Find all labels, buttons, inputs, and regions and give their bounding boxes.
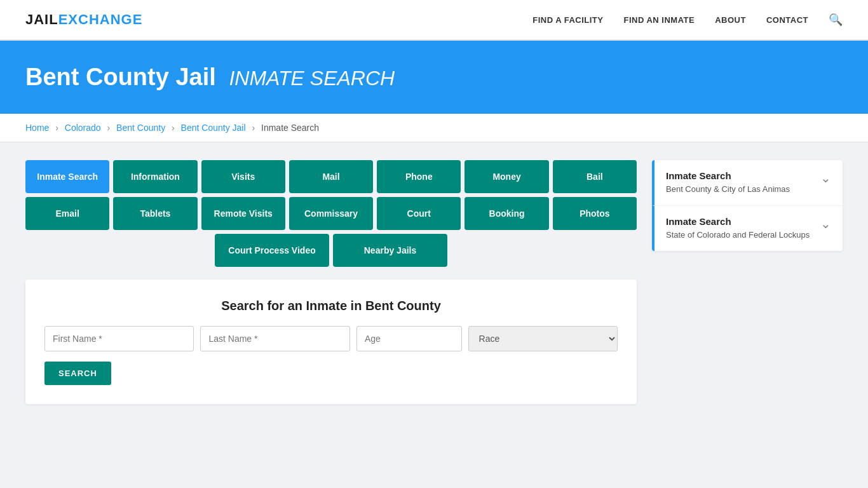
sidebar-text-colorado: Inmate Search State of Colorado and Fede… <box>666 216 810 241</box>
breadcrumb-sep4: › <box>252 123 255 133</box>
navbar: JAILEXCHANGE FIND A FACILITY FIND AN INM… <box>0 0 868 41</box>
breadcrumb-sep2: › <box>107 123 111 133</box>
sidebar-item-colorado[interactable]: Inmate Search State of Colorado and Fede… <box>652 206 843 251</box>
nav-contact[interactable]: CONTACT <box>766 15 808 25</box>
btn-commissary[interactable]: Commissary <box>289 197 373 230</box>
btn-nearby-jails[interactable]: Nearby Jails <box>333 234 447 267</box>
nav-button-row1: Inmate Search Information Visits Mail Ph… <box>25 160 637 193</box>
btn-remote-visits[interactable]: Remote Visits <box>201 197 285 230</box>
hero-banner: Bent County Jail INMATE SEARCH <box>0 41 868 114</box>
btn-bail[interactable]: Bail <box>553 160 637 193</box>
breadcrumb: Home › Colorado › Bent County › Bent Cou… <box>0 114 868 142</box>
search-section: Search for an Inmate in Bent County Race… <box>25 280 637 404</box>
chevron-down-icon: ⌄ <box>820 170 831 186</box>
search-fields: Race White Black Hispanic Asian Native A… <box>44 326 618 351</box>
breadcrumb-jail[interactable]: Bent County Jail <box>181 123 246 133</box>
btn-tablets[interactable]: Tablets <box>113 197 197 230</box>
chevron-down-icon-2: ⌄ <box>820 216 831 231</box>
sidebar-subtitle-bent-county: Bent County & City of Las Animas <box>666 184 790 195</box>
btn-photos[interactable]: Photos <box>553 197 637 230</box>
race-select[interactable]: Race White Black Hispanic Asian Native A… <box>468 326 618 351</box>
first-name-input[interactable] <box>44 326 194 351</box>
breadcrumb-current: Inmate Search <box>261 123 319 133</box>
btn-court[interactable]: Court <box>377 197 461 230</box>
logo-part2: EXCHANGE <box>58 11 143 27</box>
site-logo[interactable]: JAILEXCHANGE <box>25 11 142 28</box>
sidebar-subtitle-colorado: State of Colorado and Federal Lockups <box>666 229 810 241</box>
logo-part1: JAIL <box>25 11 58 27</box>
search-title: Search for an Inmate in Bent County <box>44 299 618 313</box>
breadcrumb-colorado[interactable]: Colorado <box>65 123 101 133</box>
btn-booking[interactable]: Booking <box>465 197 548 230</box>
left-column: Inmate Search Information Visits Mail Ph… <box>25 160 637 404</box>
right-column: Inmate Search Bent County & City of Las … <box>652 160 843 404</box>
sidebar-item-bent-county[interactable]: Inmate Search Bent County & City of Las … <box>652 160 843 206</box>
nav-about[interactable]: ABOUT <box>715 15 746 25</box>
search-button[interactable]: SEARCH <box>44 362 111 385</box>
last-name-input[interactable] <box>200 326 349 351</box>
btn-court-process-video[interactable]: Court Process Video <box>215 234 329 267</box>
sidebar-title-bent-county: Inmate Search <box>666 170 790 181</box>
breadcrumb-sep3: › <box>172 123 175 133</box>
sidebar-title-colorado: Inmate Search <box>666 216 810 227</box>
title-italic: INMATE SEARCH <box>229 67 395 90</box>
age-input[interactable] <box>356 326 462 351</box>
page-title: Bent County Jail INMATE SEARCH <box>25 64 843 91</box>
sidebar-card: Inmate Search Bent County & City of Las … <box>652 160 843 251</box>
btn-money[interactable]: Money <box>465 160 548 193</box>
nav-find-inmate[interactable]: FIND AN INMATE <box>623 15 695 25</box>
nav-button-row2: Email Tablets Remote Visits Commissary C… <box>25 197 637 230</box>
breadcrumb-home[interactable]: Home <box>25 123 49 133</box>
nav-find-facility[interactable]: FIND A FACILITY <box>532 15 603 25</box>
btn-visits[interactable]: Visits <box>201 160 285 193</box>
breadcrumb-sep1: › <box>55 123 58 133</box>
search-icon-button[interactable]: 🔍 <box>829 13 843 27</box>
btn-information[interactable]: Information <box>113 160 197 193</box>
btn-mail[interactable]: Mail <box>289 160 373 193</box>
main-container: Inmate Search Information Visits Mail Ph… <box>0 142 868 422</box>
btn-inmate-search[interactable]: Inmate Search <box>25 160 109 193</box>
nav-links: FIND A FACILITY FIND AN INMATE ABOUT CON… <box>532 13 843 27</box>
title-bold: Bent County Jail <box>25 64 216 90</box>
btn-email[interactable]: Email <box>25 197 109 230</box>
nav-button-row3: Court Process Video Nearby Jails <box>25 234 637 267</box>
btn-phone[interactable]: Phone <box>377 160 461 193</box>
sidebar-text-bent-county: Inmate Search Bent County & City of Las … <box>666 170 790 195</box>
breadcrumb-bent-county[interactable]: Bent County <box>116 123 165 133</box>
